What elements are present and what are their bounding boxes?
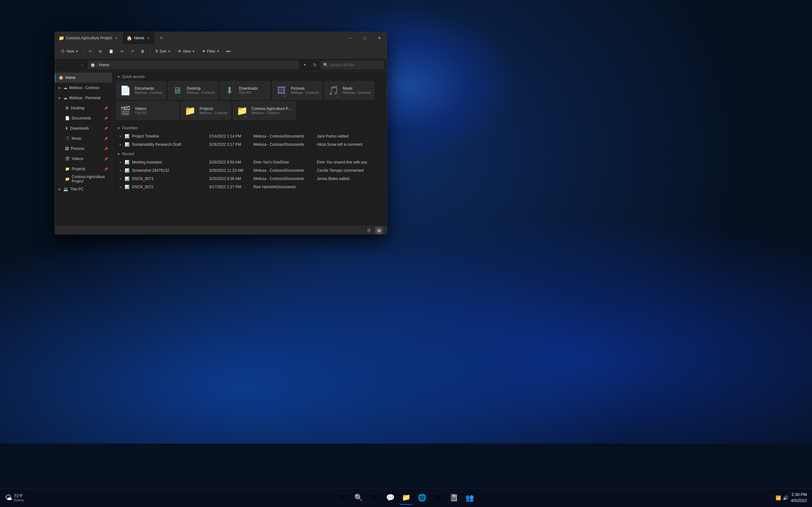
recent-row-2[interactable]: ● 📊 Screenshot 29478132 3/28/2022 11:23 … [116,166,383,175]
share-button[interactable]: ↗ [128,46,137,56]
quick-item-desktop[interactable]: 🖥 Desktop Melissa - Contoso ✓ [168,81,218,100]
tab-home[interactable]: 🏠 Home ✕ [123,32,155,44]
sidebar-item-melissa-contoso[interactable]: ▶ ☁ Melissa - Contoso [55,83,112,93]
address-bar: ← → ↑ 🏠 › Home ▼ ↻ 🔍 Search all files [55,59,387,71]
quick-item-pictures[interactable]: 🖼 Pictures Melissa - Contoso ↻ [272,81,322,100]
sidebar-item-home[interactable]: 🏠 Home [55,72,112,83]
quick-item-documents[interactable]: 📄 Documents Melissa - Contoso ✓ [116,81,166,100]
taskbar: 🌤 71°F Sunny ⊞ 🔍 ⧉ 💬 📁 🌐 🛍 📓 👥 📶 🔊 2:30 … [0,488,812,507]
recent-3-name: DSCN_0073 [132,176,153,181]
sidebar-contoso-ag-label: Contoso Agriculture Project [72,175,108,183]
up-button[interactable]: ↑ [78,60,87,69]
tab-contoso-close[interactable]: ✕ [114,36,119,41]
rename-button[interactable]: ✏ [117,46,127,56]
quick-downloads-sub: This PC [239,91,258,95]
sidebar-music-label: Music [72,136,82,141]
sidebar-item-projects[interactable]: 📁 Projects 📌 [55,164,112,174]
sort-button[interactable]: ⇅ Sort ▼ [152,46,174,56]
filter-button[interactable]: ▼ Filter ▼ [199,46,223,56]
favorite-row-1[interactable]: ● 📊 Project Timeline 2/14/2022 1:14 PM M… [116,132,383,140]
quick-item-music[interactable]: 🎵 Music Melissa - Contoso ✓ [324,81,374,100]
search-taskbar-button[interactable]: 🔍 [351,491,365,505]
clock-time: 2:30 PM [791,492,807,498]
sidebar: 🏠 Home ▶ ☁ Melissa - Contoso ▶ ☁ Melissa… [55,71,112,226]
grid-view-button[interactable]: ⊞ [375,227,383,234]
quick-music-sub: Melissa - Contoso [343,91,371,95]
taskbar-clock[interactable]: 2:30 PM 4/5/2022 [791,492,807,503]
forward-button[interactable]: → [67,60,77,69]
view-button[interactable]: 👁 View ▼ [174,46,198,56]
downloads-folder-icon: ⬇ [223,84,236,96]
quick-item-videos[interactable]: 🎬 Videos This PC [116,101,179,120]
sidebar-item-downloads[interactable]: ⬇ Downloads 📌 [55,123,112,133]
paste-button[interactable]: 📋 [106,46,117,56]
cloud-icon-2: ☁ [63,96,67,100]
toolbar: ➕ New ▼ ✂ ⧉ 📋 ✏ ↗ 🗑 ⇅ Sort ▼ 👁 [55,44,387,59]
recent-header[interactable]: ▼ Recent [116,149,383,158]
copy-button[interactable]: ⧉ [96,46,105,56]
breadcrumb[interactable]: 🏠 › Home [88,60,299,69]
expand-icon-3: ▶ [59,187,61,191]
list-view-button[interactable]: ☰ [365,227,373,234]
task-view-button[interactable]: ⧉ [367,491,381,505]
copy-icon: ⧉ [99,49,102,54]
share-icon: ↗ [131,49,134,54]
new-button[interactable]: ➕ New ▼ [57,46,82,56]
sidebar-item-pictures[interactable]: 🖼 Pictures 📌 [55,144,112,154]
quick-access-header[interactable]: ▼ Quick access [116,71,383,81]
close-button[interactable]: ✕ [372,32,387,44]
quick-item-downloads-info: Downloads This PC [239,86,258,95]
store-taskbar-button[interactable]: 🛍 [431,491,445,505]
teams-taskbar-button[interactable]: 👥 [462,491,476,505]
quick-contoso-ag-name: Contoso Agriculture Project [252,107,293,111]
quick-item-contoso-ag[interactable]: 📁 Contoso Agriculture Project Melissa - … [233,101,296,120]
onenote-taskbar-button[interactable]: 📓 [447,491,461,505]
filter-label: Filter [207,49,215,54]
back-button[interactable]: ← [57,60,66,69]
sidebar-item-contoso-ag[interactable]: 📁 Contoso Agriculture Project [55,174,112,184]
sort-label: Sort [159,49,166,54]
cut-button[interactable]: ✂ [86,46,95,56]
recent-title: Recent [122,152,134,156]
search-box[interactable]: 🔍 Search all files [321,60,384,69]
quick-music-name: Music [343,86,371,91]
weather-desc: Sunny [14,498,24,502]
more-options-button[interactable]: ••• [223,46,234,56]
explorer-taskbar-button[interactable]: 📁 [399,491,413,505]
minimize-button[interactable]: ─ [343,32,357,44]
sidebar-item-melissa-personal[interactable]: ▶ ☁ Melissa - Personal [55,93,112,103]
downloads-icon: ⬇ [65,126,68,130]
quick-item-projects[interactable]: 📁 Projects Melissa - Contoso ✓ [181,101,231,120]
paste-icon: 📋 [109,49,113,54]
delete-button[interactable]: 🗑 [138,46,148,56]
recent-row-3[interactable]: ● 📊 DSCN_0073 3/25/2022 9:36 AM Melissa … [116,175,383,183]
recent-row-1[interactable]: ● 📊 Meeting Assistant 3/29/2022 9:50 AM … [116,158,383,166]
sidebar-item-this-pc[interactable]: ▶ 💻 This PC [55,184,112,194]
sort-icon: ⇅ [155,49,158,54]
pin-icon-6: 📌 [104,157,108,161]
sidebar-item-music[interactable]: 🎵 Music 📌 [55,133,112,144]
sidebar-item-documents[interactable]: 📄 Documents 📌 [55,113,112,123]
maximize-button[interactable]: □ [357,32,372,44]
pictures-folder-icon: 🖼 [275,84,288,96]
favorites-header[interactable]: ▼ Favorites [116,123,383,132]
address-dropdown-icon[interactable]: ▼ [300,60,309,69]
tab-contoso-label: Contoso Agriculture Project [66,36,112,40]
favorite-2-date: 3/28/2022 3:17 PM [209,142,253,147]
favorite-row-2[interactable]: ● 📊 Sustainability Research Draft 3/28/2… [116,140,383,149]
sidebar-item-desktop[interactable]: 🖥 Desktop 📌 [55,103,112,113]
tab-home-close[interactable]: ✕ [146,36,151,41]
recent-row-4[interactable]: ● 📊 DSCN_0072 3/17/2022 1:27 PM Rick Har… [116,183,383,191]
sidebar-item-videos[interactable]: 🎬 Videos 📌 [55,154,112,164]
tab-contoso[interactable]: 📁 Contoso Agriculture Project ✕ [55,32,123,44]
chat-taskbar-button[interactable]: 💬 [383,491,397,505]
expand-icon-2: ▶ [59,96,61,100]
quick-item-downloads[interactable]: ⬇ Downloads This PC [220,81,270,100]
start-button[interactable]: ⊞ [336,491,350,505]
recent-2-date: 3/28/2022 11:23 AM [209,168,253,173]
cut-icon: ✂ [89,49,92,54]
refresh-button[interactable]: ↻ [310,60,319,69]
edge-taskbar-button[interactable]: 🌐 [415,491,429,505]
favorite-1-activity: Jack Purton edited [317,134,380,138]
new-tab-button[interactable]: + [156,33,166,43]
